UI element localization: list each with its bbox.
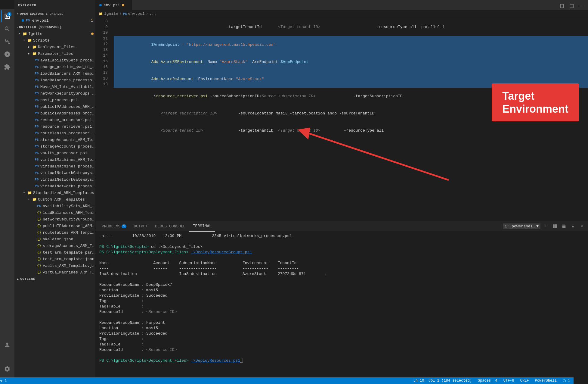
- status-position[interactable]: Ln 10, Col 1 (184 selected): [412, 379, 473, 383]
- terminal-rg2-resourceid: ResourceId : <Resource ID>: [99, 347, 584, 353]
- breadcrumb-ignite[interactable]: Ignite: [104, 11, 118, 16]
- tree-item-storage-arm-json[interactable]: {} storageAccounts_ARM_Templ...: [14, 242, 95, 249]
- tab-output[interactable]: OUTPUT: [130, 221, 151, 232]
- breadcrumb-ellipsis[interactable]: ...: [149, 11, 156, 16]
- tree-item-vm-arm-json[interactable]: {} virtualMachines_ARM_Templ...: [14, 269, 95, 276]
- accounts-activity-icon[interactable]: [1, 339, 13, 351]
- terminal-panel: PROBLEMS 1 OUTPUT DEBUG CONSOLE TERMINAL: [96, 221, 588, 377]
- toggle-panel-btn[interactable]: [568, 2, 576, 10]
- custom-folder-icon: 📁: [32, 197, 37, 202]
- status-spaces[interactable]: Spaces: 4: [477, 379, 499, 383]
- tab-terminal[interactable]: TERMINAL: [189, 221, 215, 232]
- terminal-rg2-provisioning: ProvisioningState : Succeeded: [99, 331, 584, 336]
- tree-item-vnet-proc[interactable]: PS virtualNetworks_processor.ps1: [14, 183, 95, 189]
- tree-item-post-process[interactable]: PS post_process.ps1: [14, 97, 95, 103]
- json-icon-1: {}: [37, 210, 42, 215]
- debug-activity-icon[interactable]: [1, 48, 13, 60]
- tree-item-vaults-proc[interactable]: PS vaults_processor.ps1: [14, 150, 95, 156]
- tree-item-deployment-files[interactable]: ▶ 📁 Deployment_Files: [14, 44, 95, 50]
- kill-terminal-btn[interactable]: [560, 223, 568, 230]
- tree-item-avail-arm[interactable]: PS availabilitySets_ARM_Templ...: [14, 203, 95, 209]
- tree-item-standardized-arm[interactable]: ▾ 📁 Standardized_ARM_Templates: [14, 189, 95, 196]
- extensions-activity-icon[interactable]: [1, 61, 13, 73]
- tree-item-pip-arm-json[interactable]: {} publicIPAddresses_ARM_Tem...: [14, 223, 95, 229]
- tree-item-loadbalancers-arm[interactable]: PS loadBalancers_ARM_Template....: [14, 70, 95, 77]
- tree-item-custom-arm[interactable]: ▾ 📁 Custom_ARM_Templates: [14, 196, 95, 203]
- open-editors-header[interactable]: ▾ OPEN EDITORS 1 UNSAVED: [14, 11, 95, 17]
- split-terminal-btn[interactable]: [551, 223, 559, 230]
- error-icon: ⊗: [0, 379, 2, 383]
- status-eol[interactable]: CRLF: [519, 379, 530, 383]
- tree-item-vm-proc[interactable]: PS virtualMachines_processor.ps1: [14, 163, 95, 170]
- tree-item-scripts[interactable]: ▾ 📁 Scripts: [14, 37, 95, 44]
- editor-terminal-split: 8 9 10 11 12 13 14 15 16 17 18 19: [96, 17, 588, 377]
- status-language[interactable]: PowerShell: [534, 379, 558, 383]
- search-activity-icon[interactable]: [1, 23, 13, 35]
- tree-item-ignite[interactable]: ▾ 📁 Ignite: [14, 30, 95, 37]
- terminal-line-5: [99, 255, 584, 261]
- explorer-activity-icon[interactable]: 1: [1, 10, 13, 22]
- tree-item-pip-arm[interactable]: PS publicIPAddresses_ARM_Temp...: [14, 103, 95, 110]
- tree-item-resource-retriever[interactable]: PS resource_retriever.ps1: [14, 123, 95, 130]
- terminal-content[interactable]: -a---- 10/28/2019 12:09 PM 2345 virtualN…: [96, 232, 588, 377]
- tree-item-routetables-proc[interactable]: PS routeTables_processor.ps1: [14, 130, 95, 136]
- ps1-icon-19: PS: [34, 177, 39, 182]
- tree-item-vaults-json[interactable]: {} vaults_ARM_Template.json: [14, 262, 95, 269]
- custom-chevron: ▾: [26, 198, 31, 201]
- outline-section[interactable]: ▶ OUTLINE: [14, 276, 95, 282]
- open-editors-section: ▾ OPEN EDITORS 1 UNSAVED PS env.ps1 1: [14, 11, 95, 24]
- problems-badge: 1: [122, 224, 126, 228]
- terminal-table-sep: ---- ------ ---------------- -----------…: [99, 266, 584, 271]
- tree-item-loadbalancers-proc[interactable]: PS loadBalancers_processor.ps1: [14, 77, 95, 83]
- terminal-prompt-final: PS C:\Ignite\Scripts\Deployment_Files> .…: [99, 358, 584, 364]
- ps1-icon-2: PS: [34, 64, 39, 69]
- ps1-icon-8: PS: [34, 104, 39, 109]
- tree-item-vng-arm[interactable]: PS virtualNetworkGateways_ARM....: [14, 170, 95, 176]
- scripts-folder-icon: 📁: [27, 38, 32, 43]
- settings-activity-icon[interactable]: [1, 363, 13, 375]
- source-control-activity-icon[interactable]: [1, 36, 13, 48]
- tree-item-vng-proc[interactable]: PS virtualNetworkGateways_procs...: [14, 176, 95, 183]
- json-icon-3: {}: [37, 223, 42, 228]
- json-icon-6: {}: [37, 243, 42, 248]
- more-actions-btn[interactable]: ···: [577, 2, 586, 10]
- tree-item-nsg-proc[interactable]: PS networkSecurityGroups_proce...: [14, 90, 95, 97]
- add-terminal-btn[interactable]: +: [542, 223, 549, 230]
- close-terminal-btn[interactable]: ✕: [578, 223, 586, 230]
- breadcrumb-env-ps1[interactable]: env.ps1: [128, 11, 145, 16]
- tree-item-skeleton-json[interactable]: {} skeleton.json: [14, 236, 95, 242]
- status-feedback[interactable]: ⬡ 1: [562, 379, 571, 383]
- open-editor-env-ps1[interactable]: PS env.ps1 1: [14, 17, 95, 24]
- maximize-terminal-btn[interactable]: ▲: [569, 223, 577, 230]
- code-line-16: <Target subscription ID> -sourceLocation…: [114, 105, 588, 122]
- ps1-icon-9: PS: [34, 111, 39, 116]
- tree-item-change-premium[interactable]: PS change_premium_ssd_to_stan...: [14, 64, 95, 70]
- tree-item-lb-arm-json[interactable]: {} loadBalancers_ARM_Templa...: [14, 209, 95, 216]
- json-icon-10: {}: [37, 270, 42, 275]
- tree-item-resource-proc[interactable]: PS resource_processor.ps1: [14, 117, 95, 123]
- tab-env-ps1[interactable]: env.ps1: [96, 0, 132, 10]
- tree-item-storage-arm[interactable]: PS storageAccounts_ARM_Templ...: [14, 136, 95, 143]
- split-editor-btn[interactable]: [558, 2, 566, 10]
- tree-item-vm-arm[interactable]: PS virtualMachines_ARM_Templ...: [14, 156, 95, 163]
- terminal-shell-dropdown[interactable]: 1: powershell ▼: [503, 223, 540, 229]
- tab-problems[interactable]: PROBLEMS 1: [98, 221, 130, 232]
- tree-item-test-arm-json[interactable]: {} test_arm_template.json: [14, 256, 95, 262]
- terminal-rg1-provisioning: ProvisioningState : Succeeded: [99, 293, 584, 298]
- tree-item-pip-proc[interactable]: PS publicIPAddresses_processor....: [14, 110, 95, 117]
- code-editor[interactable]: 8 9 10 11 12 13 14 15 16 17 18 19: [96, 17, 588, 221]
- ps1-icon-13: PS: [34, 137, 39, 142]
- status-encoding[interactable]: UTF-8: [502, 379, 515, 383]
- tab-debug-console[interactable]: DEBUG CONSOLE: [151, 221, 189, 232]
- tree-item-test-param-json[interactable]: {} test_arm_template_parameter...: [14, 249, 95, 256]
- terminal-line-3: PS C:\Ignite\Scripts> cd .\Deployment_Fi…: [99, 244, 584, 250]
- tree-item-routetables-json[interactable]: {} routeTables_ARM_Template.json: [14, 229, 95, 236]
- tree-item-move-vm[interactable]: PS Move_VM_Into_AvailabilitySet...: [14, 83, 95, 90]
- tree-item-nsg-arm-json[interactable]: {} networkSecurityGroups_ARM....: [14, 216, 95, 223]
- tree-item-storage-proc[interactable]: PS storageAccounts_processor.ps1: [14, 143, 95, 150]
- tree-item-parameter-files[interactable]: ▶ 📁 Parameter_Files: [14, 50, 95, 57]
- status-errors[interactable]: ⚠ 0 ⊗ 1: [0, 379, 8, 383]
- tree-item-availabilitySets[interactable]: PS availabilitySets_processor.ps1: [14, 57, 95, 64]
- parameter-chevron: ▶: [26, 52, 31, 55]
- workspace-label[interactable]: ▾ UNTITLED (WORKSPACE): [14, 24, 95, 30]
